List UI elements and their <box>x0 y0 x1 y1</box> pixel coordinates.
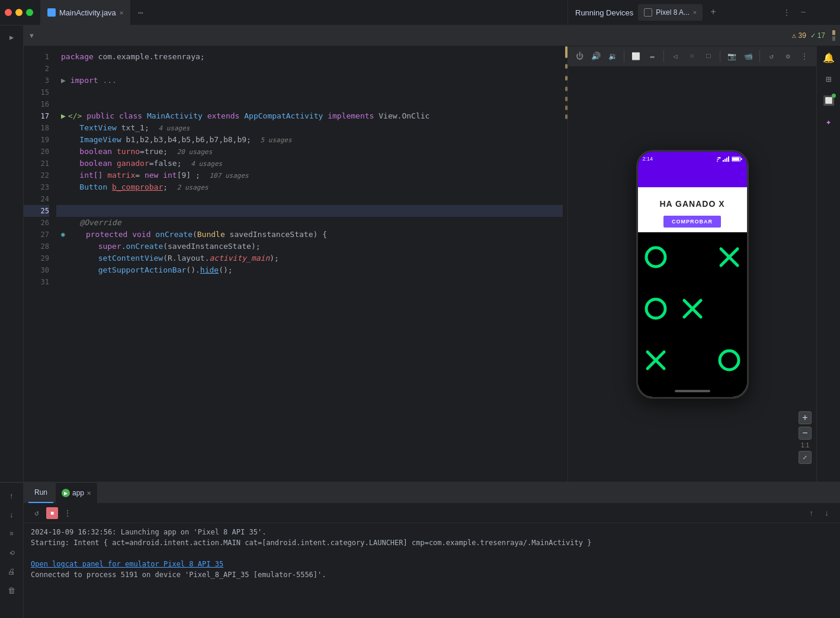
ok-indicator[interactable]: ✓ 17 <box>811 31 825 40</box>
tab-run[interactable]: Run <box>28 483 53 503</box>
phone-mockup: 2:14 <box>636 150 749 399</box>
line-num-25: 25 <box>24 205 49 217</box>
scroll-down-icon[interactable]: ↓ <box>821 507 833 519</box>
ai-icon[interactable]: ✦ <box>819 113 838 132</box>
window-close[interactable] <box>5 9 12 16</box>
code-line-3: ▶ import ... <box>56 75 563 87</box>
zoom-in-btn[interactable]: + <box>799 411 812 424</box>
x-icon <box>715 243 743 271</box>
cell-8[interactable] <box>711 335 747 385</box>
signal-icon <box>723 156 730 162</box>
device-panel-menu[interactable]: ⋮ <box>781 7 793 18</box>
cell-6[interactable] <box>638 335 674 385</box>
layout-icon[interactable]: ⊞ <box>819 70 838 89</box>
code-line-28: super.onCreate(savedInstanceState); <box>56 241 563 252</box>
line-num-15: 15 <box>24 87 49 98</box>
window-minimize[interactable] <box>15 9 23 16</box>
app-tab-close[interactable]: ✕ <box>86 490 91 497</box>
code-line-16 <box>56 98 563 110</box>
tab-more-icon[interactable]: ⋯ <box>133 5 148 20</box>
log-line-5: Connected to process 5191 on device 'Pix… <box>31 569 833 580</box>
circle-icon-3 <box>715 346 743 374</box>
power-icon[interactable]: ⏻ <box>573 50 586 63</box>
line-num-21: 21 <box>24 158 49 169</box>
device-panel-minimize[interactable]: — <box>797 7 809 18</box>
home-icon[interactable]: ○ <box>685 50 698 63</box>
device-screen-area: 2:14 <box>568 67 816 482</box>
x-icon-3 <box>642 346 670 374</box>
line-num-20: 20 <box>24 146 49 158</box>
portrait-icon[interactable]: ⬜ <box>629 50 642 63</box>
line-num-29: 29 <box>24 252 49 264</box>
code-line-24 <box>56 193 563 205</box>
notifications-icon[interactable]: 🔔 <box>819 49 838 68</box>
bottom-panel: Run ▶ app ✕ ↺ ■ ⋮ ↑ ↓ <box>24 482 840 618</box>
svg-rect-1 <box>723 160 724 162</box>
device-toolbar-more[interactable]: ⋮ <box>798 50 811 63</box>
app-tab-label: app <box>72 489 84 497</box>
winner-text: HA GANADO X <box>643 199 742 209</box>
cell-2[interactable] <box>711 232 747 283</box>
svg-rect-2 <box>724 159 726 162</box>
line-num-27: 27 <box>24 229 49 241</box>
zoom-controls: + − 1:1 ⤢ <box>799 411 812 464</box>
cell-4[interactable] <box>675 284 710 334</box>
cell-3[interactable] <box>638 284 674 334</box>
stop-icon[interactable]: ■ <box>46 507 58 519</box>
rotate-icon[interactable]: ↺ <box>765 50 778 63</box>
code-editor: 1 2 3 15 16 17 18 19 20 21 22 23 24 25 <box>24 46 568 482</box>
log-line-3 <box>31 548 833 559</box>
cell-0[interactable] <box>638 232 674 283</box>
line-num-23: 23 <box>24 181 49 193</box>
landscape-icon[interactable]: ▬ <box>646 50 659 63</box>
recents-icon[interactable]: □ <box>702 50 715 63</box>
log-line-1: 2024-10-09 16:32:56: Launching app on 'P… <box>31 527 833 537</box>
fit-screen-btn[interactable]: ⤢ <box>799 451 812 464</box>
cell-5[interactable] <box>711 284 747 334</box>
code-line-26: @Override <box>56 217 563 229</box>
volume-up-icon[interactable]: 🔊 <box>589 50 602 63</box>
volume-down-icon[interactable]: 🔉 <box>606 50 619 63</box>
pixel-tab-close[interactable]: ✕ <box>693 9 697 16</box>
cell-1[interactable] <box>675 232 710 283</box>
code-line-29: setContentView(R.layout.activity_main); <box>56 252 563 264</box>
pixel-icon <box>644 8 652 17</box>
bottom-tabs-bar: Run ▶ app ✕ <box>24 483 840 504</box>
settings-icon[interactable]: ⚙ <box>781 50 794 63</box>
line-num-18: 18 <box>24 122 49 134</box>
log-line-4: Open logcat panel for emulator Pixel 8 A… <box>31 559 833 569</box>
tab-filename: MainActivity.java <box>59 8 116 17</box>
tab-close-icon[interactable]: ✕ <box>120 9 124 17</box>
circle-icon-2 <box>642 294 670 323</box>
logcat-link[interactable]: Open logcat panel for emulator Pixel 8 A… <box>31 560 223 568</box>
code-line-25 <box>56 205 563 217</box>
restart-icon[interactable]: ↺ <box>31 507 43 519</box>
code-line-18: TextView txt_1; 4 usages <box>56 122 563 134</box>
code-line-15 <box>56 87 563 98</box>
line-num-31: 31 <box>24 276 49 288</box>
back-icon[interactable]: ◁ <box>669 50 682 63</box>
svg-point-16 <box>720 351 739 370</box>
sidebar-expand-btn[interactable]: ▶ <box>2 28 21 47</box>
screenrecord-icon[interactable]: 📹 <box>742 50 755 63</box>
code-line-23: Button b_comprobar; 2 usages <box>56 181 563 193</box>
scroll-up-icon[interactable]: ↑ <box>806 507 817 519</box>
add-device-btn[interactable]: + <box>707 7 719 18</box>
toolbar-expand[interactable]: ▼ <box>28 32 35 39</box>
tab-app[interactable]: ▶ app ✕ <box>56 483 97 503</box>
screenshot-icon[interactable]: 📷 <box>725 50 738 63</box>
line-num-22: 22 <box>24 169 49 181</box>
pixel-device-tab[interactable]: Pixel 8 A... ✕ <box>638 4 703 21</box>
comprobar-button[interactable]: COMPROBAR <box>663 216 721 228</box>
title-bar: MainActivity.java ✕ ⋯ Running Devices Pi… <box>0 0 840 25</box>
cell-7[interactable] <box>675 335 710 385</box>
battery-icon <box>732 156 742 162</box>
editor-tools-icon[interactable]: 🔲 <box>819 91 838 110</box>
warnings-indicator[interactable]: ⚠ 39 <box>792 31 806 40</box>
zoom-out-btn[interactable]: − <box>799 427 812 440</box>
circle-icon <box>642 243 670 271</box>
editor-tab[interactable]: MainActivity.java ✕ <box>40 0 131 25</box>
more-actions-icon[interactable]: ⋮ <box>62 507 73 519</box>
window-maximize[interactable] <box>26 9 33 16</box>
code-line-21: boolean ganador=false; 4 usages <box>56 158 563 169</box>
